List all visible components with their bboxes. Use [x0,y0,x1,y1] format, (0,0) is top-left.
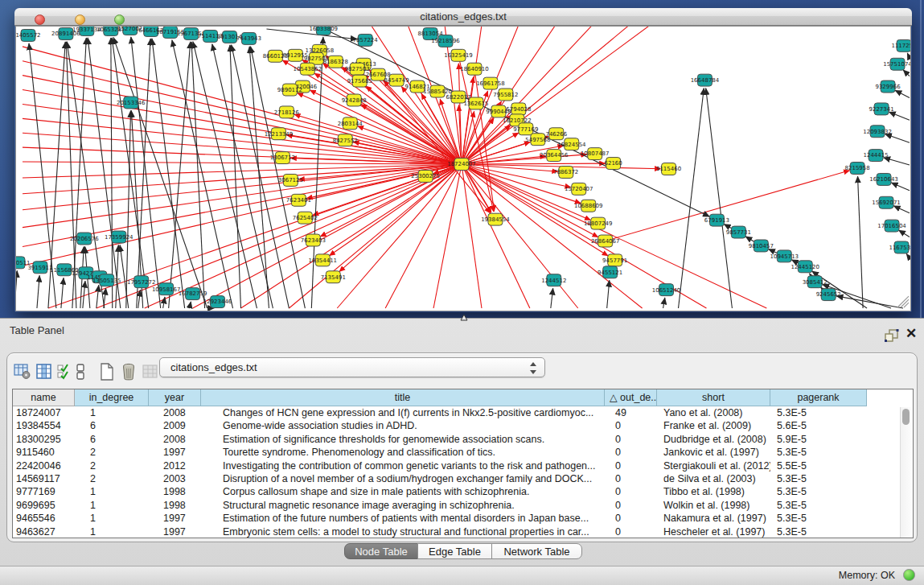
graph-node-yellow[interactable]: 16354411 [309,254,338,266]
delete-table-button[interactable] [118,360,139,383]
graph-node-yellow[interactable]: 7886372 [553,167,578,179]
graph-node-label: 7623403 [301,237,326,244]
close-panel-icon[interactable]: ✕ [904,327,918,341]
table-row[interactable]: 977716911998Corpus callosum shape and si… [13,485,913,498]
table-row[interactable]: 1872400712008Changes of HCN gene express… [13,406,913,419]
graph-node-label: 9457791 [602,257,627,264]
table-cell: Investigating the contribution of common… [201,459,605,472]
tab-edge-table[interactable]: Edge Table [417,543,492,559]
network-view-window[interactable]: citations_edges.txt 18724007866012389129… [14,8,912,312]
table-row[interactable]: 969969511998Structural magnetic resonanc… [13,499,913,512]
new-table-button[interactable] [97,360,117,383]
graph-node-label: 3067125 [278,177,303,183]
graph-node-teal[interactable]: 9455121 [598,266,622,278]
graph-node-teal[interactable]: 3915911 [27,262,52,274]
cell-editor-button[interactable] [72,360,88,383]
table-scrollbar[interactable] [900,407,912,538]
graph-node-label: 12923446 [203,299,232,305]
resize-grip-icon[interactable] [897,296,909,307]
graph-node-yellow[interactable]: 746266 [545,128,567,140]
graph-node-label: 16325419 [444,52,473,59]
table-settings-button[interactable] [12,360,33,383]
graph-node-teal[interactable]: 15751074 [883,58,910,70]
graph-node-teal[interactable]: 9227341 [869,103,894,115]
graph-node-teal[interactable]: 1117254 [891,39,910,51]
table-scrollbar-thumb[interactable] [902,409,910,425]
graph-node-teal[interactable]: 12445120 [791,261,819,273]
graph-node-yellow[interactable]: 10807487 [581,148,610,160]
graph-node-yellow[interactable]: 10688609 [574,200,603,212]
graph-node-teal[interactable]: 1167533 [889,241,910,253]
column-chooser-button[interactable] [34,360,55,383]
graph-node-yellow[interactable]: 7135491 [321,271,346,283]
graph-node-yellow[interactable]: 1306712 [270,152,295,164]
float-panel-icon[interactable] [885,329,899,342]
graph-node-teal[interactable]: 9857731 [726,226,751,238]
table-header-row: namein_degreeyeartitle△ out_de...shortpa… [13,389,913,406]
graph-node-yellow[interactable]: 9242848 [342,94,367,106]
table-row[interactable]: 1456911722003Disruption of a novel membe… [13,472,913,485]
graph-node-label: 12445120 [791,264,819,270]
graph-node-teal[interactable]: 1405572 [16,29,41,41]
graph-node-teal[interactable]: 17016504 [877,220,906,232]
graph-node-teal[interactable]: 1244415 [864,150,889,162]
graph-node-yellow[interactable]: 15720407 [565,183,593,195]
graph-node-label: 9175685 [347,78,372,84]
graph-node-label: 13505135 [92,278,121,284]
table-row[interactable]: 946362711997Embryonic stem cells: a mode… [13,525,913,538]
column-header-short[interactable]: short [657,389,770,406]
graph-node-yellow[interactable]: 18640910 [460,63,489,75]
tab-node-table[interactable]: Node Table [344,543,418,559]
table-row[interactable]: 2242004622012Investigating the contribut… [13,459,913,472]
tab-network-table[interactable]: Network Table [491,543,582,559]
table-cell: 9699695 [13,499,75,512]
graph-node-teal[interactable]: 12093832 [863,126,892,138]
table-row[interactable]: 911546021997Tourette syndrome. Phenomeno… [13,446,913,459]
table-cell: 9115460 [13,446,75,459]
select-all-button[interactable] [55,360,72,383]
table-cell: 5.6E-5 [770,419,867,432]
column-header-title[interactable]: title [201,389,605,406]
column-header-in_degree[interactable]: in_degree [75,389,149,406]
column-header-name[interactable]: name [13,389,75,406]
graph-node-yellow[interactable]: 8427552 [333,134,358,146]
table-row[interactable]: 1830029562008Estimation of significance … [13,433,913,446]
table-selector-dropdown[interactable]: citations_edges.txt [159,357,545,377]
graph-node-label: 19218596 [431,38,460,44]
table-cell: 1998 [149,499,201,512]
column-header-pagerank[interactable]: pagerank [770,389,867,406]
table-cell: 0 [605,472,657,485]
graph-node-yellow[interactable]: 7955812 [493,89,518,101]
graph-node-label: 1244415 [864,152,889,159]
graph-node-teal[interactable]: 16648784 [691,74,720,86]
graph-node-label: 12213349 [265,131,294,138]
table-row[interactable]: 1938455462009Genome-wide association stu… [13,419,913,432]
graph-node-teal[interactable]: 10651240 [652,284,681,296]
graph-node-yellow[interactable]: 2803144 [338,117,363,130]
column-header-out_de[interactable]: △ out_de... [605,389,657,406]
graph-node-label: 10688609 [574,203,603,209]
graph-node-teal[interactable]: 12923446 [203,296,232,308]
column-header-year[interactable]: year [149,389,201,406]
graph-node-yellow[interactable]: 62160 [605,158,622,170]
graph-node-yellow[interactable]: 9115460 [656,163,681,175]
table-cell: 1 [75,525,149,538]
table-cell: 1 [75,512,149,525]
graph-node-teal[interactable]: 8215958 [845,163,870,175]
graph-canvas-svg[interactable]: 1872400786601238912955132260589827508818… [16,27,910,311]
graph-node-yellow[interactable]: 16325419 [444,49,473,61]
window-titlebar[interactable]: citations_edges.txt [14,8,912,26]
graph-node-teal[interactable]: 1244512 [541,274,566,286]
graph-node-yellow[interactable]: 20364456 [540,150,569,162]
graph-node-yellow[interactable]: 2718126 [274,106,299,118]
network-canvas[interactable]: 1872400786601238912955132260589827508818… [15,26,911,311]
table-cell: 0 [605,433,657,446]
table-row[interactable]: 946554611997Estimation of the future num… [13,512,913,525]
graph-node-yellow[interactable]: 16961758 [476,77,505,89]
import-table-button[interactable] [140,360,161,383]
graph-node-yellow[interactable]: 9457791 [602,254,627,266]
graph-node-teal[interactable]: 3085412 [803,276,827,288]
table-cell: Disruption of a novel member of a sodium… [201,472,605,485]
graph-node-teal[interactable]: 9245652 [816,289,841,301]
graph-node-label: 2718126 [274,109,299,116]
